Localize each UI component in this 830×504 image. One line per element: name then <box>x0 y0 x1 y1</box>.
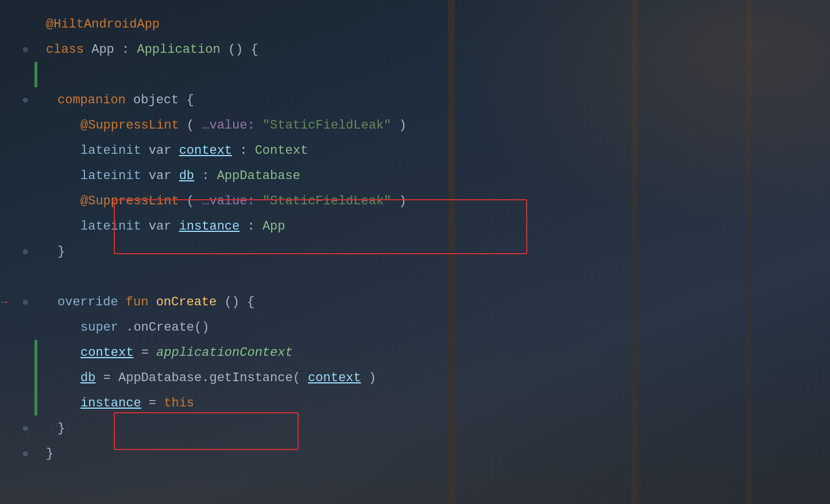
text-fun-paren: () { <box>224 295 254 309</box>
type-appdatabase: AppDatabase <box>217 169 300 183</box>
code-line-1: @HiltAndroidApp <box>0 11 830 37</box>
varname-context-assign: context <box>80 346 133 360</box>
param-value-2: …value: <box>202 194 262 208</box>
line-content-5: @SuppressLint ( …value: "StaticFieldLeak… <box>34 118 830 133</box>
code-line-17: ⊖ } <box>0 416 830 441</box>
text-var-1: var <box>149 144 179 158</box>
code-line-13: super .onCreate() <box>0 315 830 340</box>
code-line-8: @SuppressLint ( …value: "StaticFieldLeak… <box>0 188 830 214</box>
text-paren-close-3: ) <box>369 371 376 385</box>
line-content-2: class App : Application () { <box>34 42 830 57</box>
code-line-9: lateinit var instance : App <box>0 214 830 239</box>
gutter-12: → ⊖ <box>0 297 34 307</box>
string-staticfieldleak-2: "StaticFieldLeak" <box>262 194 391 208</box>
line-content-6: lateinit var context : Context <box>34 144 830 158</box>
text-object: object { <box>133 93 194 107</box>
line-content-16: instance = this <box>34 396 830 410</box>
keyword-override: override <box>57 295 118 309</box>
line-content-9: lateinit var instance : App <box>34 219 830 234</box>
text-app: App : <box>91 42 137 57</box>
keyword-lateinit-2: lateinit <box>80 169 141 183</box>
varname-instance-assign: instance <box>80 396 141 410</box>
text-brace: () { <box>228 42 258 57</box>
gutter-10: ⊖ <box>0 247 34 256</box>
text-colon-1: : <box>240 144 254 158</box>
text-paren-1: ( <box>187 118 194 133</box>
text-appdatabase-call: = AppDatabase.getInstance( <box>103 371 300 385</box>
fold-icon-18[interactable]: ⊖ <box>21 449 30 458</box>
type-application: Application <box>137 42 220 57</box>
varname-context-arg: context <box>308 371 361 385</box>
fold-icon-10[interactable]: ⊖ <box>21 247 30 256</box>
keyword-fun: fun <box>126 295 156 309</box>
keyword-companion: companion <box>57 93 126 107</box>
fun-oncreate: onCreate <box>156 295 217 309</box>
fold-icon-2[interactable]: ⊖ <box>21 45 30 54</box>
green-bar-3 <box>34 62 37 87</box>
code-line-3 <box>0 62 830 87</box>
value-applicationcontext: applicationContext <box>156 346 293 360</box>
code-line-5: @SuppressLint ( …value: "StaticFieldLeak… <box>0 113 830 138</box>
type-app: App <box>262 219 285 234</box>
text-colon-2: : <box>202 169 217 183</box>
gutter-4: ⊖ <box>0 95 34 104</box>
text-brace-close-companion: } <box>57 245 65 259</box>
code-line-11 <box>0 264 830 289</box>
line-content-15: db = AppDatabase.getInstance( context ) <box>34 371 830 385</box>
annotation-hiltandroidapp: @HiltAndroidApp <box>46 17 160 32</box>
annotation-suppresslint-2: @SuppressLint <box>80 194 179 208</box>
green-bar-14 <box>34 340 37 365</box>
line-content-7: lateinit var db : AppDatabase <box>34 169 830 183</box>
keyword-super: super <box>80 320 118 335</box>
text-assign-1: = <box>141 346 156 360</box>
text-paren-close-1: ) <box>399 118 407 133</box>
code-line-4: ⊖ companion object { <box>0 87 830 113</box>
gutter-17: ⊖ <box>0 424 34 433</box>
line-content-17: } <box>34 421 830 436</box>
text-super-call: .onCreate() <box>126 320 209 335</box>
text-assign-2: = <box>149 396 164 410</box>
varname-db-assign: db <box>80 371 95 385</box>
line-content-12: override fun onCreate () { <box>34 295 830 309</box>
text-var-2: var <box>149 169 179 183</box>
code-line-16: instance = this <box>0 390 830 416</box>
line-content-1: @HiltAndroidApp <box>34 17 830 32</box>
code-editor: @HiltAndroidApp ⊖ class App : Applicatio… <box>0 0 830 504</box>
code-line-6: lateinit var context : Context <box>0 138 830 163</box>
string-staticfieldleak-1: "StaticFieldLeak" <box>262 118 391 133</box>
annotation-suppresslint-1: @SuppressLint <box>80 118 179 133</box>
code-line-18: ⊖ } <box>0 441 830 466</box>
varname-db: db <box>179 169 194 183</box>
line-content-8: @SuppressLint ( …value: "StaticFieldLeak… <box>34 194 830 208</box>
text-colon-3: : <box>247 219 262 234</box>
keyword-lateinit-1: lateinit <box>80 144 141 158</box>
text-var-3: var <box>149 219 179 234</box>
type-context: Context <box>255 144 308 158</box>
text-paren-2: ( <box>187 194 194 208</box>
gutter-2: ⊖ <box>0 45 34 54</box>
code-line-10: ⊖ } <box>0 239 830 264</box>
green-bar-16 <box>34 390 37 416</box>
line-content-10: } <box>34 245 830 259</box>
green-bar-15 <box>34 365 37 390</box>
varname-context: context <box>179 144 232 158</box>
fold-icon-12[interactable]: ⊖ <box>21 297 30 307</box>
code-line-14: context = applicationContext <box>0 340 830 365</box>
param-value-1: …value: <box>202 118 262 133</box>
line-content-4: companion object { <box>34 93 830 107</box>
code-line-12: → ⊖ override fun onCreate () { <box>0 289 830 315</box>
keyword-lateinit-3: lateinit <box>80 219 141 234</box>
fold-icon-17[interactable]: ⊖ <box>21 424 30 433</box>
text-paren-close-2: ) <box>399 194 407 208</box>
text-brace-close-override: } <box>57 421 65 436</box>
keyword-class: class <box>46 42 84 57</box>
gutter-18: ⊖ <box>0 449 34 458</box>
keyword-this: this <box>164 396 194 410</box>
line-content-13: super .onCreate() <box>34 320 830 335</box>
line-content-18: } <box>34 447 830 461</box>
fold-icon-4[interactable]: ⊖ <box>21 95 30 104</box>
run-arrow-icon: → <box>1 296 7 308</box>
code-line-7: lateinit var db : AppDatabase <box>0 163 830 188</box>
text-brace-close-class: } <box>46 447 53 461</box>
code-line-15: db = AppDatabase.getInstance( context ) <box>0 365 830 390</box>
